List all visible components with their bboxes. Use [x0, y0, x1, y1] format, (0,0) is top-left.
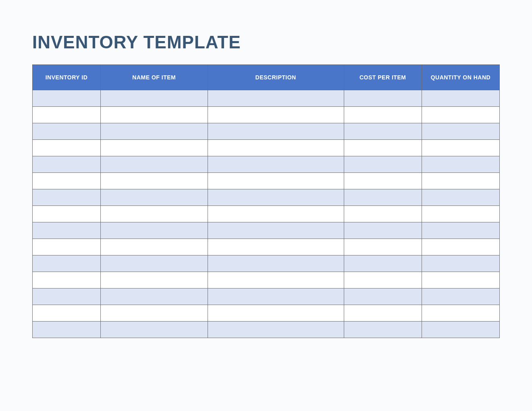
col-name-of-item: NAME OF ITEM — [101, 65, 208, 90]
cell-cost[interactable] — [344, 289, 422, 305]
cell-cost[interactable] — [344, 255, 422, 272]
cell-inventory-id[interactable] — [33, 272, 101, 289]
table-row — [33, 305, 500, 322]
cell-inventory-id[interactable] — [33, 289, 101, 305]
cell-name[interactable] — [101, 222, 208, 239]
table-body — [33, 90, 500, 338]
table-row — [33, 222, 500, 239]
cell-description[interactable] — [208, 173, 344, 189]
cell-name[interactable] — [101, 322, 208, 338]
cell-description[interactable] — [208, 140, 344, 156]
cell-cost[interactable] — [344, 305, 422, 322]
cell-name[interactable] — [101, 107, 208, 123]
cell-name[interactable] — [101, 90, 208, 107]
table-row — [33, 289, 500, 305]
cell-quantity[interactable] — [422, 272, 499, 289]
cell-cost[interactable] — [344, 156, 422, 173]
cell-name[interactable] — [101, 206, 208, 222]
table-header-row: INVENTORY ID NAME OF ITEM DESCRIPTION CO… — [33, 65, 500, 90]
cell-quantity[interactable] — [422, 222, 499, 239]
cell-inventory-id[interactable] — [33, 239, 101, 255]
cell-name[interactable] — [101, 239, 208, 255]
cell-cost[interactable] — [344, 239, 422, 255]
cell-name[interactable] — [101, 255, 208, 272]
table-row — [33, 90, 500, 107]
cell-inventory-id[interactable] — [33, 156, 101, 173]
cell-name[interactable] — [101, 156, 208, 173]
table-row — [33, 140, 500, 156]
cell-quantity[interactable] — [422, 90, 499, 107]
cell-description[interactable] — [208, 206, 344, 222]
inventory-table: INVENTORY ID NAME OF ITEM DESCRIPTION CO… — [32, 64, 500, 338]
col-inventory-id: INVENTORY ID — [33, 65, 101, 90]
cell-name[interactable] — [101, 189, 208, 206]
table-row — [33, 255, 500, 272]
cell-quantity[interactable] — [422, 305, 499, 322]
cell-quantity[interactable] — [422, 123, 499, 140]
table-header: INVENTORY ID NAME OF ITEM DESCRIPTION CO… — [33, 65, 500, 90]
table-row — [33, 107, 500, 123]
cell-inventory-id[interactable] — [33, 90, 101, 107]
col-cost-per-item: COST PER ITEM — [344, 65, 422, 90]
cell-inventory-id[interactable] — [33, 206, 101, 222]
cell-description[interactable] — [208, 90, 344, 107]
table-row — [33, 272, 500, 289]
cell-description[interactable] — [208, 255, 344, 272]
table-row — [33, 173, 500, 189]
cell-description[interactable] — [208, 222, 344, 239]
cell-description[interactable] — [208, 156, 344, 173]
table-row — [33, 239, 500, 255]
cell-cost[interactable] — [344, 107, 422, 123]
cell-cost[interactable] — [344, 322, 422, 338]
cell-cost[interactable] — [344, 206, 422, 222]
cell-description[interactable] — [208, 189, 344, 206]
cell-description[interactable] — [208, 107, 344, 123]
cell-inventory-id[interactable] — [33, 322, 101, 338]
cell-inventory-id[interactable] — [33, 123, 101, 140]
cell-description[interactable] — [208, 239, 344, 255]
cell-quantity[interactable] — [422, 189, 499, 206]
cell-name[interactable] — [101, 140, 208, 156]
page-title: INVENTORY TEMPLATE — [32, 32, 500, 52]
cell-description[interactable] — [208, 289, 344, 305]
cell-quantity[interactable] — [422, 322, 499, 338]
cell-quantity[interactable] — [422, 156, 499, 173]
cell-quantity[interactable] — [422, 255, 499, 272]
cell-inventory-id[interactable] — [33, 107, 101, 123]
table-row — [33, 322, 500, 338]
cell-inventory-id[interactable] — [33, 222, 101, 239]
cell-quantity[interactable] — [422, 173, 499, 189]
cell-cost[interactable] — [344, 123, 422, 140]
col-description: DESCRIPTION — [208, 65, 344, 90]
cell-inventory-id[interactable] — [33, 140, 101, 156]
cell-description[interactable] — [208, 123, 344, 140]
cell-inventory-id[interactable] — [33, 189, 101, 206]
col-quantity-on-hand: QUANTITY ON HAND — [422, 65, 499, 90]
cell-description[interactable] — [208, 272, 344, 289]
cell-inventory-id[interactable] — [33, 173, 101, 189]
cell-cost[interactable] — [344, 173, 422, 189]
document-container: INVENTORY TEMPLATE INVENTORY ID NAME OF … — [0, 0, 532, 338]
cell-quantity[interactable] — [422, 107, 499, 123]
cell-name[interactable] — [101, 123, 208, 140]
cell-quantity[interactable] — [422, 289, 499, 305]
table-row — [33, 206, 500, 222]
table-row — [33, 156, 500, 173]
cell-inventory-id[interactable] — [33, 255, 101, 272]
cell-quantity[interactable] — [422, 206, 499, 222]
cell-cost[interactable] — [344, 140, 422, 156]
table-row — [33, 189, 500, 206]
cell-quantity[interactable] — [422, 140, 499, 156]
cell-description[interactable] — [208, 322, 344, 338]
cell-name[interactable] — [101, 305, 208, 322]
cell-name[interactable] — [101, 289, 208, 305]
cell-name[interactable] — [101, 173, 208, 189]
cell-description[interactable] — [208, 305, 344, 322]
cell-cost[interactable] — [344, 90, 422, 107]
cell-cost[interactable] — [344, 189, 422, 206]
cell-name[interactable] — [101, 272, 208, 289]
cell-cost[interactable] — [344, 272, 422, 289]
cell-inventory-id[interactable] — [33, 305, 101, 322]
cell-quantity[interactable] — [422, 239, 499, 255]
cell-cost[interactable] — [344, 222, 422, 239]
